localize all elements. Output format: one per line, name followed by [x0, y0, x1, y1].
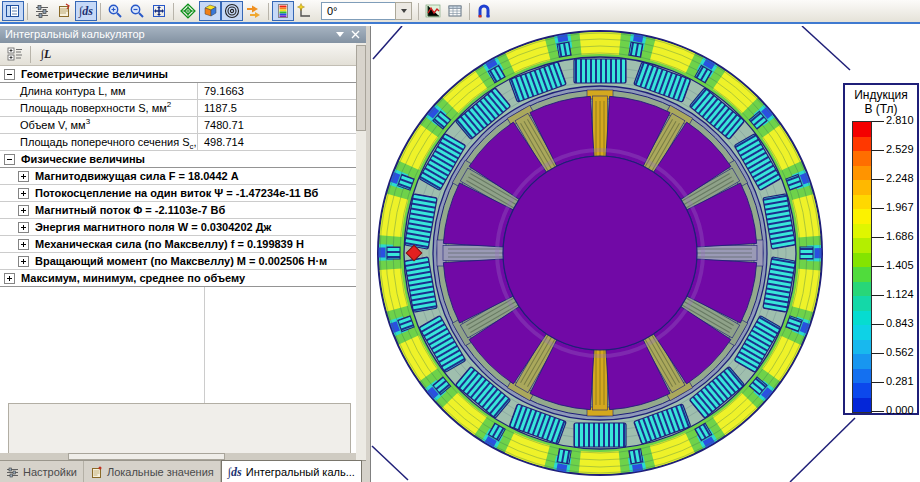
legend-color-band	[853, 224, 871, 239]
field-plot-canvas[interactable]: Индукция В (Тл) 2.8102.5292.2481.9671.68…	[371, 26, 920, 482]
collapse-icon[interactable]	[4, 154, 15, 165]
tab-settings[interactable]: Настройки	[0, 461, 84, 482]
magnet-icon	[476, 3, 492, 19]
section-physical[interactable]: Физические величины	[0, 151, 356, 168]
tab-integral-calculator[interactable]: ∫ds Интегральный каль...	[221, 460, 362, 482]
motor-cross-section	[371, 26, 853, 482]
grid-row-mmf[interactable]: Магнитодвижущая сила F = 18.0442 А	[0, 168, 356, 185]
legend-color-band	[853, 137, 871, 152]
toolbar-separator	[100, 3, 101, 20]
legend-tick-label: 1.124	[886, 288, 914, 300]
grid-row-cross-section[interactable]: Площадь поперечного сечения Sс, мм 498.7…	[0, 134, 356, 151]
expand-icon[interactable]	[18, 239, 29, 250]
section-label: Максимум, минимум, среднее по объему	[21, 272, 245, 284]
expand-icon[interactable]	[4, 273, 15, 284]
chevron-down-icon	[336, 31, 345, 38]
elcut-postprocessor-window: { "toolbar": { "angle_value": "0°" }, "i…	[0, 0, 920, 482]
mesh-button[interactable]	[177, 1, 199, 21]
legend-tick-label: 2.810	[886, 114, 914, 126]
expand-all-button[interactable]	[5, 45, 25, 64]
angle-dropdown-button[interactable]	[395, 2, 412, 20]
tab-local-values[interactable]: Локальные значения	[84, 461, 221, 482]
vertical-scrollbar[interactable]	[356, 43, 366, 460]
vectors-button[interactable]	[243, 1, 265, 21]
panel-title: Интегральный калькулятор	[5, 28, 333, 43]
legend-color-band	[853, 311, 871, 326]
panel-menu-button[interactable]	[333, 28, 348, 41]
integral-ds-icon: ∫ds	[79, 5, 93, 17]
toolbar-separator	[27, 3, 28, 20]
legend-color-band	[853, 267, 871, 282]
legend-tick-label: 1.405	[886, 259, 914, 271]
expand-icon[interactable]	[18, 222, 29, 233]
legend-tick-line	[871, 179, 884, 180]
table-icon	[447, 3, 463, 19]
grid-row-flux-linkage[interactable]: Потокосцепление на один виток Ψ = -1.472…	[0, 185, 356, 202]
grid-row-contour-length[interactable]: Длина контура L, мм 79.1663	[0, 83, 356, 100]
grid-row-field-energy[interactable]: Энергия магнитного поля W = 0.0304202 Дж	[0, 219, 356, 236]
panel-tabbar: Настройки Локальные значения ∫ds Интегра…	[0, 460, 366, 482]
horizontal-scrollbar[interactable]	[0, 453, 356, 460]
angle-value[interactable]: 0°	[321, 2, 395, 20]
field-lines-button[interactable]	[221, 1, 243, 21]
grid-row-magnetic-flux[interactable]: Магнитный поток Φ = -2.1103e-7 Вб	[0, 202, 356, 219]
sliders-icon	[6, 466, 19, 479]
legend-color-band	[853, 195, 871, 210]
contours-icon	[224, 3, 240, 19]
notebook-icon	[90, 466, 103, 479]
angle-corner-icon	[297, 3, 313, 19]
new-contour-button[interactable]	[294, 1, 316, 21]
grid-row-volume[interactable]: Объем V, мм3 7480.71	[0, 117, 356, 134]
integral-L-icon: ∫L	[41, 48, 52, 60]
legend-title: Индукция В (Тл)	[845, 88, 917, 116]
color-scale-button[interactable]	[272, 1, 294, 21]
scrollbar-thumb[interactable]	[68, 453, 225, 460]
panel-close-button[interactable]	[348, 28, 363, 41]
angle-combobox[interactable]: 0°	[321, 2, 412, 20]
legend-color-band	[853, 282, 871, 297]
grid-column-divider[interactable]	[204, 287, 205, 403]
scrollbar-thumb[interactable]	[356, 45, 366, 131]
expand-tree-icon	[7, 46, 23, 62]
integral-along-contour-button[interactable]: ∫L	[36, 45, 56, 64]
magnetic-state-button[interactable]	[473, 1, 495, 21]
integral-calculator-button[interactable]: ∫ds	[75, 1, 97, 21]
expand-icon[interactable]	[18, 205, 29, 216]
legend-tick-label: 2.248	[886, 172, 914, 184]
grid-row-surface-area[interactable]: Площадь поверхности S, мм2 1187.5	[0, 100, 356, 117]
section-geometric[interactable]: Геометрические величины	[0, 66, 356, 83]
zoom-extents-icon	[151, 3, 167, 19]
legend-tick-label: 0.843	[886, 317, 914, 329]
legend-tick-line	[871, 150, 884, 151]
color-map-3d-button[interactable]	[199, 1, 221, 21]
legend-color-band	[853, 166, 871, 181]
zoom-extents-button[interactable]	[148, 1, 170, 21]
zoom-in-button[interactable]	[104, 1, 126, 21]
expand-icon[interactable]	[18, 171, 29, 182]
legend-tick-line	[871, 208, 884, 209]
legend-color-band	[853, 369, 871, 384]
value-cell: 7480.71	[197, 117, 356, 133]
zoom-out-button[interactable]	[126, 1, 148, 21]
grid-row-maxwell-torque[interactable]: Вращающий момент (по Максвеллу) M = 0.00…	[0, 253, 356, 270]
expand-icon[interactable]	[18, 256, 29, 267]
settings-button[interactable]	[31, 1, 53, 21]
grid-row-maxwell-force[interactable]: Механическая сила (по Максвеллу) f = 0.1…	[0, 236, 356, 253]
legend-tick-line	[871, 295, 884, 296]
expand-icon[interactable]	[18, 188, 29, 199]
section-label: Физические величины	[21, 153, 145, 165]
chart-icon	[425, 3, 441, 19]
section-max-min-avg[interactable]: Максимум, минимум, среднее по объему	[0, 270, 356, 287]
results-grid: Геометрические величины Длина контура L,…	[0, 66, 356, 287]
field-plot	[371, 26, 920, 482]
legend-color-band	[853, 296, 871, 311]
table-button[interactable]	[444, 1, 466, 21]
collapse-icon[interactable]	[4, 69, 15, 80]
xy-plot-button[interactable]	[422, 1, 444, 21]
legend-color-band	[853, 398, 871, 413]
toolbar-separator	[173, 3, 174, 20]
toggle-panel-button[interactable]	[2, 1, 24, 21]
local-values-button[interactable]	[53, 1, 75, 21]
legend-colorbar	[852, 121, 872, 413]
legend-color-band	[853, 325, 871, 340]
